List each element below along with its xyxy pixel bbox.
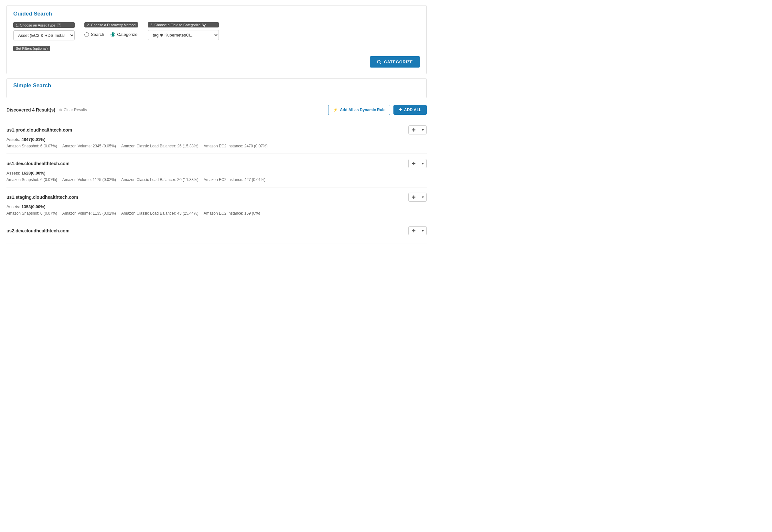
step2-label: 2. Choose a Discovery Method bbox=[84, 22, 138, 27]
discovery-method-group: Search Categorize bbox=[84, 30, 138, 39]
result-item: us1.dev.cloudhealthtech.com ✚ ▾ Assets: … bbox=[6, 154, 427, 187]
result-item-actions-3: ✚ ▾ bbox=[408, 226, 427, 235]
add-main-button-3[interactable]: ✚ bbox=[409, 227, 419, 235]
step3-label: 3. Choose a Field to Categorize By bbox=[148, 22, 219, 27]
detail-1-2: Amazon Classic Load Balancer: 20 (11.83%… bbox=[121, 177, 198, 182]
detail-0-1: Amazon Volume: 2345 (0.05%) bbox=[62, 144, 116, 148]
result-hostname-3: us2.dev.cloudhealthtech.com bbox=[6, 228, 70, 233]
result-item: us1.staging.cloudhealthtech.com ✚ ▾ Asse… bbox=[6, 187, 427, 221]
chevron-down-icon: ▾ bbox=[422, 128, 424, 132]
results-header: Discovered 4 Result(s) ⊗ Clear Results ⚡… bbox=[6, 105, 427, 115]
detail-2-0: Amazon Snapshot: 6 (0.07%) bbox=[6, 211, 57, 216]
simple-search-title: Simple Search bbox=[13, 82, 420, 89]
detail-1-1: Amazon Volume: 1175 (0.02%) bbox=[62, 177, 116, 182]
assets-count-1: 1628(0.00%) bbox=[21, 171, 45, 176]
search-radio-option[interactable]: Search bbox=[84, 32, 104, 37]
detail-0-2: Amazon Classic Load Balancer: 26 (15.38%… bbox=[121, 144, 198, 148]
svg-line-1 bbox=[380, 63, 381, 64]
detail-1-0: Amazon Snapshot: 6 (0.07%) bbox=[6, 177, 57, 182]
add-dropdown-button-0[interactable]: ▾ bbox=[419, 126, 426, 134]
lightning-icon: ⚡ bbox=[333, 108, 338, 112]
help-icon[interactable]: ? bbox=[57, 23, 61, 27]
categorize-radio[interactable] bbox=[111, 32, 115, 37]
assets-line-0: Assets: 4847(0.01%) bbox=[6, 137, 427, 142]
add-dropdown-button-2[interactable]: ▾ bbox=[419, 193, 426, 201]
clear-results-button[interactable]: ⊗ Clear Results bbox=[59, 108, 87, 112]
add-split-button-1: ✚ ▾ bbox=[408, 159, 427, 168]
detail-0-3: Amazon EC2 Instance: 2470 (0.07%) bbox=[204, 144, 268, 148]
asset-details-1: Amazon Snapshot: 6 (0.07%) Amazon Volume… bbox=[6, 177, 427, 182]
assets-line-1: Assets: 1628(0.00%) bbox=[6, 171, 427, 176]
field-select[interactable]: tag ⊕ KubernetesCl... bbox=[148, 30, 219, 40]
assets-count-2: 1353(0.00%) bbox=[21, 204, 45, 209]
categorize-radio-option[interactable]: Categorize bbox=[111, 32, 137, 37]
result-hostname-2: us1.staging.cloudhealthtech.com bbox=[6, 195, 78, 200]
search-icon bbox=[377, 60, 381, 64]
detail-2-2: Amazon Classic Load Balancer: 43 (25.44%… bbox=[121, 211, 198, 216]
step1-label: 1. Choose an Asset Type ? bbox=[13, 22, 75, 28]
filters-row: Set Filters (optional) bbox=[13, 46, 420, 51]
search-radio[interactable] bbox=[84, 32, 89, 37]
add-dynamic-rule-button[interactable]: ⚡ Add All as Dynamic Rule bbox=[328, 105, 390, 115]
asset-details-0: Amazon Snapshot: 6 (0.07%) Amazon Volume… bbox=[6, 144, 427, 148]
chevron-down-icon-2: ▾ bbox=[422, 195, 424, 199]
detail-2-1: Amazon Volume: 1135 (0.02%) bbox=[62, 211, 116, 216]
asset-type-select[interactable]: Asset (EC2 & RDS Instar bbox=[13, 30, 75, 40]
step2-group: 2. Choose a Discovery Method Search Cate… bbox=[84, 22, 138, 39]
add-dropdown-button-3[interactable]: ▾ bbox=[419, 227, 426, 235]
categorize-btn-row: CATEGORIZE bbox=[13, 56, 420, 68]
result-item: us1.prod.cloudhealthtech.com ✚ ▾ Assets:… bbox=[6, 120, 427, 154]
guided-search-title: Guided Search bbox=[13, 11, 420, 17]
results-section: Discovered 4 Result(s) ⊗ Clear Results ⚡… bbox=[6, 105, 427, 243]
step1-group: 1. Choose an Asset Type ? Asset (EC2 & R… bbox=[13, 22, 75, 40]
results-count: Discovered 4 Result(s) bbox=[6, 107, 55, 112]
categorize-button[interactable]: CATEGORIZE bbox=[370, 56, 420, 68]
plus-icon-1: ✚ bbox=[412, 161, 416, 166]
chevron-down-icon-3: ▾ bbox=[422, 229, 424, 233]
result-item-actions-2: ✚ ▾ bbox=[408, 193, 427, 202]
add-main-button-1[interactable]: ✚ bbox=[409, 159, 419, 168]
result-hostname-0: us1.prod.cloudhealthtech.com bbox=[6, 127, 72, 133]
detail-2-3: Amazon EC2 Instance: 169 (0%) bbox=[204, 211, 260, 216]
filters-label[interactable]: Set Filters (optional) bbox=[13, 46, 50, 51]
results-left: Discovered 4 Result(s) ⊗ Clear Results bbox=[6, 107, 87, 112]
add-main-button-0[interactable]: ✚ bbox=[409, 126, 419, 134]
plus-icon-0: ✚ bbox=[412, 127, 416, 133]
simple-search-section: Simple Search bbox=[6, 78, 427, 98]
add-split-button-3: ✚ ▾ bbox=[408, 226, 427, 235]
add-split-button-0: ✚ ▾ bbox=[408, 125, 427, 134]
add-dropdown-button-1[interactable]: ▾ bbox=[419, 160, 426, 167]
result-item-header-2: us1.staging.cloudhealthtech.com ✚ ▾ bbox=[6, 193, 427, 202]
result-item-header-0: us1.prod.cloudhealthtech.com ✚ ▾ bbox=[6, 125, 427, 134]
assets-count-0: 4847(0.01%) bbox=[21, 137, 45, 142]
detail-1-3: Amazon EC2 Instance: 427 (0.01%) bbox=[204, 177, 265, 182]
add-split-button-2: ✚ ▾ bbox=[408, 193, 427, 202]
plus-icon-2: ✚ bbox=[412, 195, 416, 200]
add-all-button[interactable]: ✚ ADD ALL bbox=[393, 105, 427, 115]
result-item: us2.dev.cloudhealthtech.com ✚ ▾ bbox=[6, 221, 427, 243]
result-item-actions-0: ✚ ▾ bbox=[408, 125, 427, 134]
step3-group: 3. Choose a Field to Categorize By tag ⊕… bbox=[148, 22, 219, 40]
result-item-actions-1: ✚ ▾ bbox=[408, 159, 427, 168]
plus-icon-3: ✚ bbox=[412, 228, 416, 233]
result-item-header-3: us2.dev.cloudhealthtech.com ✚ ▾ bbox=[6, 226, 427, 235]
assets-line-2: Assets: 1353(0.00%) bbox=[6, 204, 427, 209]
results-actions: ⚡ Add All as Dynamic Rule ✚ ADD ALL bbox=[328, 105, 427, 115]
plus-icon: ✚ bbox=[399, 108, 402, 112]
result-item-header-1: us1.dev.cloudhealthtech.com ✚ ▾ bbox=[6, 159, 427, 168]
add-main-button-2[interactable]: ✚ bbox=[409, 193, 419, 201]
detail-0-0: Amazon Snapshot: 6 (0.07%) bbox=[6, 144, 57, 148]
result-hostname-1: us1.dev.cloudhealthtech.com bbox=[6, 161, 70, 166]
close-icon: ⊗ bbox=[59, 108, 62, 112]
asset-details-2: Amazon Snapshot: 6 (0.07%) Amazon Volume… bbox=[6, 211, 427, 216]
chevron-down-icon-1: ▾ bbox=[422, 161, 424, 166]
